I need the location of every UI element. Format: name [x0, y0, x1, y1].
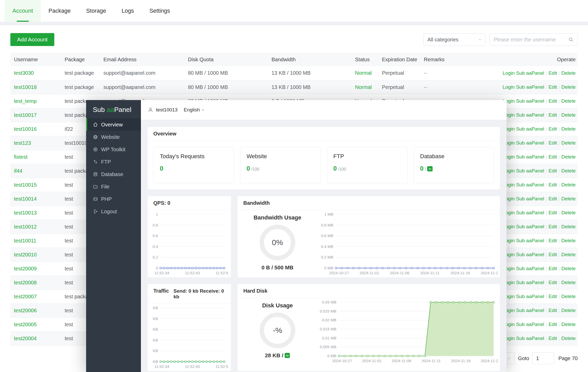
login-sub-aapanel-link[interactable]: Login Sub aaPanel — [503, 112, 544, 118]
login-sub-aapanel-link[interactable]: Login Sub aaPanel — [503, 126, 544, 132]
username-link[interactable]: test20004 — [14, 336, 37, 341]
login-sub-aapanel-link[interactable]: Login Sub aaPanel — [503, 84, 544, 90]
login-sub-aapanel-link[interactable]: Login Sub aaPanel — [503, 196, 544, 201]
delete-link[interactable]: Delete — [561, 252, 576, 257]
login-sub-aapanel-link[interactable]: Login Sub aaPanel — [503, 336, 544, 341]
delete-link[interactable]: Delete — [561, 98, 576, 104]
edit-link[interactable]: Edit — [548, 126, 557, 132]
delete-link[interactable]: Delete — [561, 210, 576, 215]
delete-link[interactable]: Delete — [561, 168, 576, 173]
username-link[interactable]: test20008 — [14, 280, 37, 285]
edit-link[interactable]: Edit — [548, 238, 557, 243]
tab-account[interactable]: Account — [5, 0, 41, 22]
login-sub-aapanel-link[interactable]: Login Sub aaPanel — [503, 140, 544, 146]
username-link[interactable]: test10016 — [14, 126, 37, 132]
delete-link[interactable]: Delete — [561, 294, 576, 299]
login-sub-aapanel-link[interactable]: Login Sub aaPanel — [503, 224, 544, 229]
goto-page-input[interactable] — [532, 352, 554, 364]
sidebar-item-database[interactable]: Database — [86, 168, 141, 180]
delete-link[interactable]: Delete — [561, 126, 576, 132]
username-link[interactable]: fixtest — [14, 154, 27, 160]
edit-link[interactable]: Edit — [548, 112, 557, 118]
delete-link[interactable]: Delete — [561, 280, 576, 285]
delete-link[interactable]: Delete — [561, 224, 576, 229]
login-sub-aapanel-link[interactable]: Login Sub aaPanel — [503, 322, 544, 327]
tab-storage[interactable]: Storage — [78, 0, 114, 22]
username-link[interactable]: test20010 — [14, 252, 37, 257]
delete-link[interactable]: Delete — [561, 308, 576, 313]
category-select[interactable]: All categories — [424, 33, 486, 46]
username-link[interactable]: test10012 — [14, 224, 37, 230]
delete-link[interactable]: Delete — [561, 140, 576, 146]
username-link[interactable]: test10017 — [14, 112, 37, 118]
login-sub-aapanel-link[interactable]: Login Sub aaPanel — [503, 182, 544, 187]
login-sub-aapanel-link[interactable]: Login Sub aaPanel — [503, 280, 544, 285]
add-account-button[interactable]: Add Account — [10, 33, 54, 46]
language-select[interactable]: English — [184, 107, 204, 113]
username-link[interactable]: if44 — [14, 168, 22, 174]
sidebar-item-php[interactable]: PHP — [86, 193, 141, 205]
delete-link[interactable]: Delete — [561, 266, 576, 271]
edit-link[interactable]: Edit — [548, 294, 557, 299]
edit-link[interactable]: Edit — [548, 98, 557, 104]
edit-link[interactable]: Edit — [548, 308, 557, 313]
login-sub-aapanel-link[interactable]: Login Sub aaPanel — [503, 98, 544, 104]
login-sub-aapanel-link[interactable]: Login Sub aaPanel — [503, 252, 544, 257]
edit-link[interactable]: Edit — [548, 210, 557, 215]
edit-link[interactable]: Edit — [548, 266, 557, 271]
login-sub-aapanel-link[interactable]: Login Sub aaPanel — [503, 168, 544, 173]
edit-link[interactable]: Edit — [548, 168, 557, 173]
delete-link[interactable]: Delete — [561, 336, 576, 341]
delete-link[interactable]: Delete — [561, 182, 576, 187]
login-sub-aapanel-link[interactable]: Login Sub aaPanel — [503, 154, 544, 160]
login-sub-aapanel-link[interactable]: Login Sub aaPanel — [503, 308, 544, 313]
login-sub-aapanel-link[interactable]: Login Sub aaPanel — [503, 294, 544, 299]
username-link[interactable]: test20009 — [14, 266, 37, 271]
sidebar-item-file[interactable]: File — [86, 180, 141, 193]
username-link[interactable]: test10014 — [14, 196, 37, 202]
tab-package[interactable]: Package — [41, 0, 79, 22]
delete-link[interactable]: Delete — [561, 70, 576, 76]
tab-logs[interactable]: Logs — [114, 0, 142, 22]
edit-link[interactable]: Edit — [548, 336, 557, 341]
username-link[interactable]: test10011 — [14, 238, 36, 244]
edit-link[interactable]: Edit — [548, 182, 557, 187]
edit-link[interactable]: Edit — [548, 140, 557, 146]
username-link[interactable]: test10018 — [14, 84, 37, 90]
username-link[interactable]: test123 — [14, 140, 31, 146]
delete-link[interactable]: Delete — [561, 238, 576, 243]
delete-link[interactable]: Delete — [561, 112, 576, 118]
username-link[interactable]: test20006 — [14, 308, 37, 313]
sidebar-item-logout[interactable]: Logout — [86, 205, 141, 218]
search-icon[interactable] — [568, 37, 574, 42]
login-sub-aapanel-link[interactable]: Login Sub aaPanel — [503, 70, 544, 76]
sidebar-item-website[interactable]: Website — [86, 131, 141, 143]
username-link[interactable]: test20005 — [14, 322, 37, 327]
edit-link[interactable]: Edit — [548, 322, 557, 327]
edit-link[interactable]: Edit — [548, 196, 557, 201]
edit-link[interactable]: Edit — [548, 154, 557, 160]
username-link[interactable]: test10013 — [14, 210, 37, 216]
sidebar-item-wp-toolkit[interactable]: W WP Toolkit — [86, 143, 141, 156]
username-link[interactable]: test10015 — [14, 182, 37, 188]
edit-link[interactable]: Edit — [548, 70, 557, 76]
edit-link[interactable]: Edit — [548, 280, 557, 285]
delete-link[interactable]: Delete — [561, 322, 576, 327]
search-input[interactable] — [494, 37, 568, 43]
tab-settings[interactable]: Settings — [142, 0, 178, 22]
edit-link[interactable]: Edit — [548, 84, 557, 90]
username-link[interactable]: test_temp — [14, 98, 37, 104]
username-link[interactable]: test20007 — [14, 294, 37, 299]
sidebar-item-overview[interactable]: Overview — [86, 118, 141, 131]
login-sub-aapanel-link[interactable]: Login Sub aaPanel — [503, 266, 544, 271]
disk-donut: -% — [260, 313, 295, 348]
edit-link[interactable]: Edit — [548, 252, 557, 257]
username-link[interactable]: test3030 — [14, 70, 34, 76]
delete-link[interactable]: Delete — [561, 196, 576, 201]
login-sub-aapanel-link[interactable]: Login Sub aaPanel — [503, 210, 544, 215]
login-sub-aapanel-link[interactable]: Login Sub aaPanel — [503, 238, 544, 243]
delete-link[interactable]: Delete — [561, 84, 576, 90]
sidebar-item-ftp[interactable]: FTP — [86, 156, 141, 168]
delete-link[interactable]: Delete — [561, 154, 576, 160]
edit-link[interactable]: Edit — [548, 224, 557, 229]
